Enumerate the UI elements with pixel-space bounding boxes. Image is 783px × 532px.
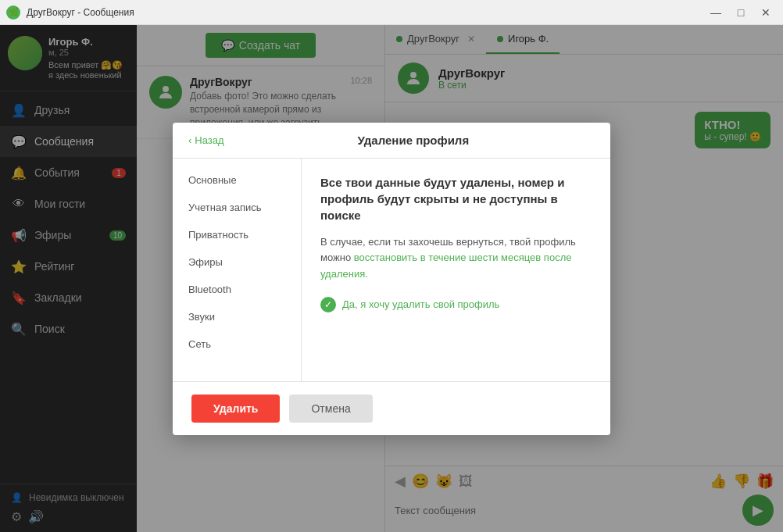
app-icon: 🌿 [6, 5, 20, 20]
modal-dialog: ‹ Назад Удаление профиля Основные Учетна… [173, 123, 610, 435]
modal-title: Удаление профиля [232, 134, 595, 147]
modal-overlay[interactable]: ‹ Назад Удаление профиля Основные Учетна… [0, 25, 783, 532]
titlebar: 🌿 ДругВокруг - Сообщения — □ ✕ [0, 0, 783, 25]
close-button[interactable]: ✕ [755, 2, 777, 23]
modal-nav-network[interactable]: Сеть [173, 330, 301, 358]
checkbox-label: Да, я хочу удалить свой профиль [342, 298, 499, 310]
modal-nav-efiry[interactable]: Эфиры [173, 248, 301, 276]
modal-content: Все твои данные будут удалены, номер и п… [302, 159, 610, 381]
maximize-button[interactable]: □ [730, 2, 752, 23]
modal-body: Основные Учетная запись Приватность Эфир… [173, 159, 610, 381]
minimize-button[interactable]: — [705, 2, 727, 23]
chevron-left-icon: ‹ [188, 134, 191, 146]
modal-nav-account[interactable]: Учетная запись [173, 194, 301, 221]
modal-back-button[interactable]: ‹ Назад [188, 134, 224, 146]
modal-nav-sounds[interactable]: Звуки [173, 303, 301, 330]
window-title: ДругВокруг - Сообщения [27, 7, 705, 18]
modal-footer: Удалить Отмена [173, 381, 610, 435]
modal-sidebar: Основные Учетная запись Приватность Эфир… [173, 159, 302, 381]
modal-heading: Все твои данные будут удалены, номер и п… [320, 174, 592, 223]
cancel-button[interactable]: Отмена [289, 395, 372, 423]
modal-checkbox-row[interactable]: ✓ Да, я хочу удалить свой профиль [320, 297, 592, 312]
modal-description: В случае, если ты захочешь вернуться, тв… [320, 234, 592, 283]
modal-nav-bluetooth[interactable]: Bluetooth [173, 276, 301, 303]
modal-nav-privacy[interactable]: Приватность [173, 221, 301, 248]
checkbox-checked-icon: ✓ [320, 297, 336, 312]
window-controls: — □ ✕ [705, 2, 777, 23]
modal-link[interactable]: восстановить в течение шести месяцев пос… [320, 252, 571, 280]
modal-header: ‹ Назад Удаление профиля [173, 123, 610, 159]
delete-button[interactable]: Удалить [191, 395, 280, 423]
modal-nav-osnovnye[interactable]: Основные [173, 166, 301, 194]
